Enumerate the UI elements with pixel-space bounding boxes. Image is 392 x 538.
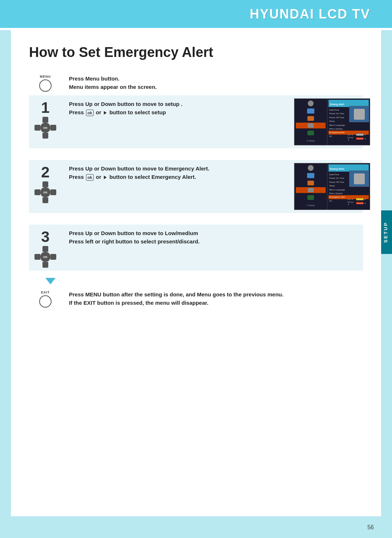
tv-screen-2: ⊙ Setup Emerg Alert Date/Time Power On T… [294,163,370,210]
dpad-2-left[interactable] [34,189,40,195]
tv-menu-left-2: ⊙ Setup [294,163,327,210]
dpad-1-down[interactable] [42,133,48,139]
step-3-text2-prefix: Press left or right button to select [69,238,158,245]
tv-option-low-arrow-1: ► [364,134,366,136]
dpad-3-right[interactable] [50,254,56,260]
tv-right-options-1: Low ◄ present ► Service ◄ Discard ► [347,134,369,141]
tv-option-low-arrow-2: ► [364,198,366,200]
step-3-number: 3 [41,229,49,245]
exit-label: EXIT [41,291,50,294]
menu-step-text-col: Press Menu button. Menu items appear on … [62,73,363,91]
tv-setup-label-2: ⊙ Setup [307,204,315,206]
dpad-1-ok[interactable]: OK [40,123,50,133]
arrow-down-icon [45,278,56,284]
step-1-num-col: 1 OK [29,98,62,139]
menu-step-icon-col: MENU [29,73,62,92]
dpad-2-ok[interactable]: OK [40,187,50,197]
dpad-2-right[interactable] [50,189,56,195]
dpad-2-center: OK [34,181,56,203]
tv-selected-icon-1 [308,123,314,128]
tv-icon-gear-1 [308,100,314,106]
tv-right-preview-1 [349,106,369,122]
tv-icon-green-2 [307,195,314,200]
step-1-number: 1 [41,100,49,115]
arrow-right-2 [104,176,107,179]
ok-badge-1: ok [86,110,94,116]
dpad-1-right[interactable] [50,125,56,131]
exit-icon-wrap: EXIT [39,291,52,308]
step-3-dpad: OK [34,246,56,268]
tv-setup-label-1: ⊙ Setup [307,139,315,142]
header-title: HYUNDAI LCD TV [250,7,370,22]
step-3-text1: Press Up or Down button to move to Low/m… [69,229,287,238]
tv-screen-1: ⊙ Setup Emerg Alert Date/Time Power On T… [294,98,370,145]
arrow-right-1 [104,111,107,115]
dpad-3-ok[interactable]: OK [40,252,50,262]
tv-right-item-menuopa-2: Menu Opacity [328,192,369,195]
step-3-text-col: Press Up or Down button to move to Low/m… [62,227,287,246]
menu-label: MENU [40,75,51,78]
exit-step-icon-col: EXIT [29,289,62,308]
step-1-dpad: OK [34,117,56,139]
tv-menu-left-1: ⊙ Setup [294,99,327,145]
steps-area: MENU Press Menu button. Menu items appea… [29,73,363,308]
step-1-screen-col: ⊙ Setup Emerg Alert Date/Time Power On T… [287,98,363,145]
tv-option-row-service-1: Service ◄ Discard ► [347,136,369,141]
ok-badge-2: ok [86,174,94,181]
tv-selected-1 [296,123,326,128]
tv-option-service-arrow-1: ► [364,137,366,140]
exit-step-text2: If the EXIT button is pressed, the menu … [69,299,363,307]
menu-step-text1: Press Menu button. [69,75,363,83]
preview-icon-1 [354,109,365,120]
dpad-1-ok-label: OK [43,126,48,130]
step-1-or-label: or [94,109,103,115]
dpad-2-up[interactable] [42,181,48,187]
tv-icon-gear-2 [308,165,314,171]
step-2-number: 2 [41,165,49,180]
dpad-3-ok-label: OK [43,255,48,259]
main-content: How to Set Emergency Alert MENU Press Me… [11,30,381,516]
step-1-press-label: Press [69,109,85,115]
menu-circle [39,79,52,92]
step-1-text2: Press ok or button to select setup [69,108,287,117]
tv-right-header-text-2: Emerg Alert [330,168,344,170]
dpad-3-up[interactable] [42,246,48,252]
step-2-dpad: OK [34,181,56,203]
step-2-screen-col: ⊙ Setup Emerg Alert Date/Time Power On T… [287,163,363,210]
tv-right-preview-2 [349,171,369,187]
dpad-3-down[interactable] [42,262,48,268]
tv-right-item-menuopa-1: Menu Opacity [328,127,369,131]
step-3-text2-suffix: present/discard. [158,238,200,245]
dpad-1-left[interactable] [34,125,40,131]
exit-circle [39,295,52,308]
tv-option-low-label-2: Low ◄ [347,198,355,200]
step-2-or-label: or [94,174,103,180]
tv-right-options-2: Low ◄ present ► Service ◄ Discard ► [347,198,369,206]
tv-option-row-low-1: Low ◄ present ► [347,134,369,136]
tv-right-item-menulang-1: Menu Language [328,123,369,127]
tv-icon-orange-1 [307,116,314,121]
tv-option-service-value-1: Discard [356,137,364,140]
step-3-row: 3 OK Press Up or Down button to move to … [29,225,363,271]
step-2-text1: Press Up or Down button to move to Emerg… [69,165,287,173]
step-1-text1: Press Up or Down button to move to setup… [69,100,287,108]
menu-step-text2: Menu items appear on the screen. [69,83,363,91]
dpad-2-down[interactable] [42,197,48,203]
dpad-3-center: OK [34,246,56,268]
tv-icon-orange-2 [307,181,314,185]
exit-step-row: EXIT Press MENU button after the setting… [29,289,363,308]
step-1-row: 1 OK Press Up or Down button to move [29,95,363,148]
step-1-text-col: Press Up or Down button to move to setup… [62,98,287,116]
page-number: 56 [367,524,374,531]
dpad-2-ok-label: OK [43,191,48,194]
dpad-1-up[interactable] [42,117,48,123]
step-2-num-col: 2 OK [29,163,62,203]
exit-step-text1: Press MENU button after the setting is d… [69,291,363,299]
tv-option-row-service-2: Service ◄ Discard ► [347,201,369,205]
dpad-3-left[interactable] [34,254,40,260]
step-3-num-col: 3 OK [29,227,62,268]
step-2-text2-suffix: button to select Emergency Alert. [108,174,196,180]
preview-icon-2 [354,173,365,184]
step-1-text2-suffix: button to select setup [108,109,166,115]
tv-option-row-low-2: Low ◄ present ► [347,198,369,200]
